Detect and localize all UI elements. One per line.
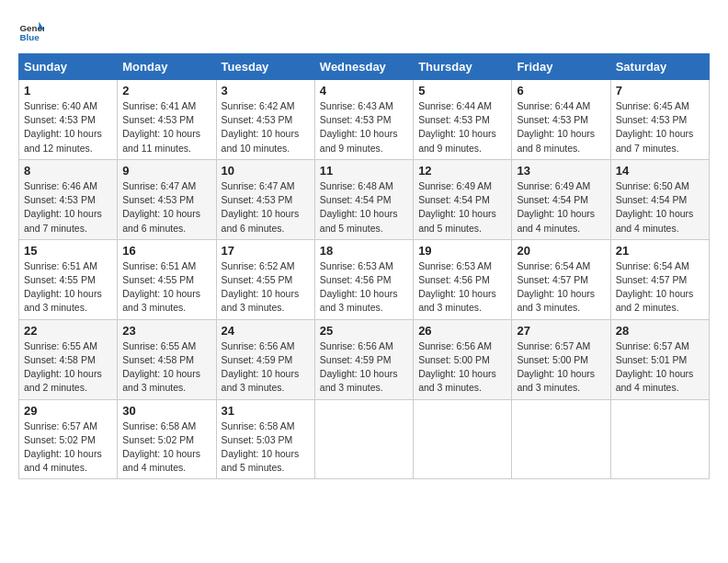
calendar-day-header: Monday (118, 54, 216, 80)
day-info: Sunrise: 6:49 AM Sunset: 4:54 PM Dayligh… (418, 179, 506, 236)
calendar-day-header: Wednesday (314, 54, 413, 80)
calendar-cell: 15 Sunrise: 6:51 AM Sunset: 4:55 PM Dayl… (19, 239, 118, 319)
day-number: 26 (418, 324, 506, 338)
day-number: 5 (418, 84, 506, 98)
calendar-cell: 23 Sunrise: 6:55 AM Sunset: 4:58 PM Dayl… (118, 319, 216, 399)
day-info: Sunrise: 6:44 AM Sunset: 4:53 PM Dayligh… (517, 99, 605, 155)
calendar-cell: 4 Sunrise: 6:43 AM Sunset: 4:53 PM Dayli… (314, 80, 413, 160)
calendar-cell: 14 Sunrise: 6:50 AM Sunset: 4:54 PM Dayl… (610, 159, 709, 239)
calendar-cell: 22 Sunrise: 6:55 AM Sunset: 4:58 PM Dayl… (19, 319, 118, 399)
day-info: Sunrise: 6:54 AM Sunset: 4:57 PM Dayligh… (616, 259, 704, 316)
day-number: 31 (222, 404, 310, 418)
calendar-cell: 28 Sunrise: 6:57 AM Sunset: 5:01 PM Dayl… (610, 319, 709, 399)
calendar-cell: 5 Sunrise: 6:44 AM Sunset: 4:53 PM Dayli… (414, 80, 512, 160)
day-number: 16 (122, 244, 210, 258)
day-info: Sunrise: 6:40 AM Sunset: 4:53 PM Dayligh… (24, 99, 112, 155)
day-info: Sunrise: 6:55 AM Sunset: 4:58 PM Dayligh… (24, 339, 112, 396)
day-number: 4 (320, 84, 408, 98)
calendar-cell: 29 Sunrise: 6:57 AM Sunset: 5:02 PM Dayl… (19, 399, 118, 479)
day-info: Sunrise: 6:48 AM Sunset: 4:54 PM Dayligh… (320, 179, 408, 236)
day-info: Sunrise: 6:50 AM Sunset: 4:54 PM Dayligh… (616, 179, 704, 236)
day-info: Sunrise: 6:42 AM Sunset: 4:53 PM Dayligh… (222, 99, 310, 155)
day-number: 25 (320, 324, 408, 338)
calendar-cell: 30 Sunrise: 6:58 AM Sunset: 5:02 PM Dayl… (118, 399, 216, 479)
day-number: 14 (616, 164, 704, 178)
day-info: Sunrise: 6:53 AM Sunset: 4:56 PM Dayligh… (418, 259, 506, 316)
day-info: Sunrise: 6:54 AM Sunset: 4:57 PM Dayligh… (517, 259, 605, 316)
day-number: 27 (517, 324, 605, 338)
day-info: Sunrise: 6:46 AM Sunset: 4:53 PM Dayligh… (24, 179, 112, 236)
day-number: 12 (418, 164, 506, 178)
day-info: Sunrise: 6:56 AM Sunset: 4:59 PM Dayligh… (222, 339, 310, 396)
calendar-cell: 6 Sunrise: 6:44 AM Sunset: 4:53 PM Dayli… (512, 80, 610, 160)
calendar-cell: 25 Sunrise: 6:56 AM Sunset: 4:59 PM Dayl… (314, 319, 413, 399)
calendar-day-header: Sunday (19, 54, 118, 80)
calendar-cell: 20 Sunrise: 6:54 AM Sunset: 4:57 PM Dayl… (512, 239, 610, 319)
calendar-cell: 1 Sunrise: 6:40 AM Sunset: 4:53 PM Dayli… (19, 80, 118, 160)
day-number: 10 (222, 164, 310, 178)
day-number: 21 (616, 244, 704, 258)
calendar-cell (610, 399, 709, 479)
calendar-cell: 8 Sunrise: 6:46 AM Sunset: 4:53 PM Dayli… (19, 159, 118, 239)
day-number: 30 (122, 404, 210, 418)
svg-text:Blue: Blue (19, 32, 40, 42)
calendar-cell: 11 Sunrise: 6:48 AM Sunset: 4:54 PM Dayl… (314, 159, 413, 239)
calendar-cell: 31 Sunrise: 6:58 AM Sunset: 5:03 PM Dayl… (216, 399, 314, 479)
day-info: Sunrise: 6:53 AM Sunset: 4:56 PM Dayligh… (320, 259, 408, 316)
day-info: Sunrise: 6:57 AM Sunset: 5:02 PM Dayligh… (24, 419, 112, 476)
calendar-cell: 19 Sunrise: 6:53 AM Sunset: 4:56 PM Dayl… (414, 239, 512, 319)
day-info: Sunrise: 6:55 AM Sunset: 4:58 PM Dayligh… (122, 339, 210, 396)
day-number: 2 (122, 84, 210, 98)
day-info: Sunrise: 6:56 AM Sunset: 5:00 PM Dayligh… (418, 339, 506, 396)
day-number: 22 (24, 324, 112, 338)
calendar-cell: 18 Sunrise: 6:53 AM Sunset: 4:56 PM Dayl… (314, 239, 413, 319)
calendar-day-header: Friday (512, 54, 610, 80)
day-number: 8 (24, 164, 112, 178)
day-info: Sunrise: 6:58 AM Sunset: 5:02 PM Dayligh… (122, 419, 210, 476)
calendar-cell (314, 399, 413, 479)
day-number: 18 (320, 244, 408, 258)
logo: General Blue (18, 18, 48, 44)
day-number: 24 (222, 324, 310, 338)
calendar-week-row: 22 Sunrise: 6:55 AM Sunset: 4:58 PM Dayl… (19, 319, 710, 399)
calendar-cell (414, 399, 512, 479)
day-number: 9 (122, 164, 210, 178)
calendar-table: SundayMondayTuesdayWednesdayThursdayFrid… (18, 53, 710, 479)
calendar-cell: 12 Sunrise: 6:49 AM Sunset: 4:54 PM Dayl… (414, 159, 512, 239)
day-info: Sunrise: 6:47 AM Sunset: 4:53 PM Dayligh… (122, 179, 210, 236)
calendar-cell: 9 Sunrise: 6:47 AM Sunset: 4:53 PM Dayli… (118, 159, 216, 239)
day-info: Sunrise: 6:45 AM Sunset: 4:53 PM Dayligh… (616, 99, 704, 155)
calendar-cell: 10 Sunrise: 6:47 AM Sunset: 4:53 PM Dayl… (216, 159, 314, 239)
calendar-day-header: Thursday (414, 54, 512, 80)
calendar-cell: 2 Sunrise: 6:41 AM Sunset: 4:53 PM Dayli… (118, 80, 216, 160)
day-number: 6 (517, 84, 605, 98)
day-info: Sunrise: 6:43 AM Sunset: 4:53 PM Dayligh… (320, 99, 408, 155)
calendar-cell: 24 Sunrise: 6:56 AM Sunset: 4:59 PM Dayl… (216, 319, 314, 399)
calendar-day-header: Saturday (610, 54, 709, 80)
calendar-cell: 27 Sunrise: 6:57 AM Sunset: 5:00 PM Dayl… (512, 319, 610, 399)
calendar-cell: 7 Sunrise: 6:45 AM Sunset: 4:53 PM Dayli… (610, 80, 709, 160)
day-number: 3 (222, 84, 310, 98)
day-info: Sunrise: 6:51 AM Sunset: 4:55 PM Dayligh… (24, 259, 112, 316)
calendar-cell: 21 Sunrise: 6:54 AM Sunset: 4:57 PM Dayl… (610, 239, 709, 319)
day-number: 20 (517, 244, 605, 258)
day-info: Sunrise: 6:41 AM Sunset: 4:53 PM Dayligh… (122, 99, 210, 155)
day-info: Sunrise: 6:57 AM Sunset: 5:01 PM Dayligh… (616, 339, 704, 396)
day-info: Sunrise: 6:49 AM Sunset: 4:54 PM Dayligh… (517, 179, 605, 236)
calendar-header-row: SundayMondayTuesdayWednesdayThursdayFrid… (19, 54, 710, 80)
day-number: 23 (122, 324, 210, 338)
day-info: Sunrise: 6:47 AM Sunset: 4:53 PM Dayligh… (222, 179, 310, 236)
day-number: 19 (418, 244, 506, 258)
day-info: Sunrise: 6:44 AM Sunset: 4:53 PM Dayligh… (418, 99, 506, 155)
day-info: Sunrise: 6:57 AM Sunset: 5:00 PM Dayligh… (517, 339, 605, 396)
day-number: 13 (517, 164, 605, 178)
calendar-week-row: 1 Sunrise: 6:40 AM Sunset: 4:53 PM Dayli… (19, 80, 710, 160)
calendar-cell: 13 Sunrise: 6:49 AM Sunset: 4:54 PM Dayl… (512, 159, 610, 239)
calendar-week-row: 15 Sunrise: 6:51 AM Sunset: 4:55 PM Dayl… (19, 239, 710, 319)
day-info: Sunrise: 6:58 AM Sunset: 5:03 PM Dayligh… (222, 419, 310, 476)
calendar-cell: 26 Sunrise: 6:56 AM Sunset: 5:00 PM Dayl… (414, 319, 512, 399)
day-number: 15 (24, 244, 112, 258)
calendar-cell (512, 399, 610, 479)
day-info: Sunrise: 6:52 AM Sunset: 4:55 PM Dayligh… (222, 259, 310, 316)
day-info: Sunrise: 6:56 AM Sunset: 4:59 PM Dayligh… (320, 339, 408, 396)
